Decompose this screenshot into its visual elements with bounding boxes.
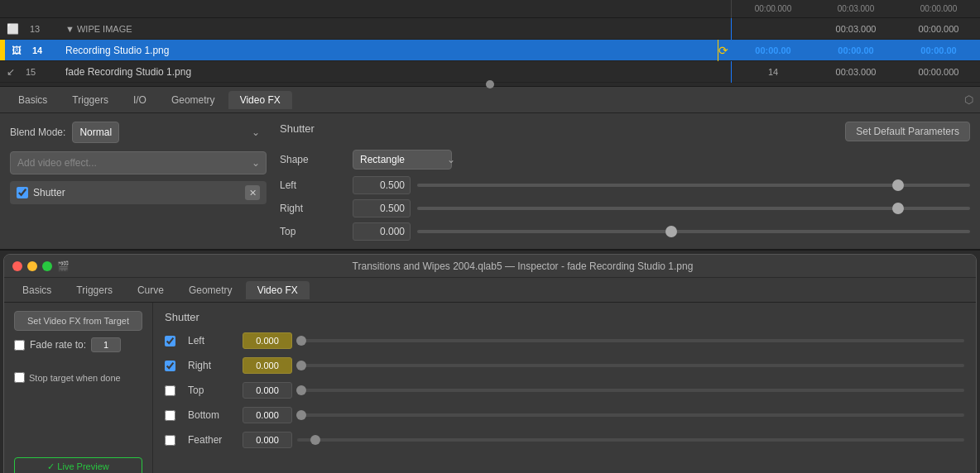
top-param-row: Top [280, 222, 970, 241]
timeline-header-times: 00:00.000 00:03.000 00:00.000 [732, 4, 980, 13]
tab-geometry[interactable]: Geometry [160, 91, 227, 109]
top-content: Blend Mode: Normal Add video effect... ⌄ [0, 113, 980, 249]
fade-rate-row: Fade rate to: [14, 337, 142, 352]
shutter-top-slider[interactable] [297, 384, 964, 397]
row-icon: ↙ [7, 66, 15, 78]
shutter-right-checkbox[interactable] [165, 361, 175, 371]
shutter-bottom-input[interactable] [243, 407, 292, 423]
shutter-top-checkbox[interactable] [165, 385, 175, 396]
shutter-bottom-row: Bottom [165, 406, 964, 424]
timeline-row-active[interactable]: 🖼 14 Recording Studio 1.png ⟳ 00:00.00 0… [0, 40, 980, 61]
fade-rate-checkbox[interactable] [14, 340, 25, 351]
shutter-top-input[interactable] [243, 382, 292, 399]
stop-target-label: Stop target when done [29, 373, 121, 383]
shutter-right-input[interactable] [243, 357, 292, 374]
fade-rate-input[interactable] [91, 337, 121, 352]
inspector-shutter-panel: Shutter Left Right [153, 303, 976, 473]
right-column: Shutter Set Default Parameters Shape Rec… [280, 122, 970, 241]
inspector-left-panel: Set Video FX from Target Fade rate to: S… [4, 303, 153, 473]
timeline-row[interactable]: ⬜ 13 ▼ WIPE IMAGE 00:03.000 00:00.000 [0, 18, 980, 40]
shutter-right-thumb[interactable] [296, 361, 306, 370]
right-param-row: Right [280, 199, 970, 217]
left-slider-thumb[interactable] [892, 179, 904, 191]
tab-basics[interactable]: Basics [7, 91, 59, 109]
tab-triggers[interactable]: Triggers [60, 91, 120, 109]
minimize-button[interactable] [27, 261, 37, 271]
inspector-window: 🎬 Transitions and Wipes 2004.qlab5 — Ins… [3, 254, 977, 473]
stop-target-checkbox[interactable] [14, 372, 25, 383]
set-default-button[interactable]: Set Default Parameters [845, 122, 970, 141]
fade-rate-label: Fade rate to: [30, 339, 86, 351]
top-inspector-panel: Basics Triggers I/O Geometry Video FX ⬡ … [0, 87, 980, 251]
close-button[interactable] [12, 261, 22, 271]
shutter-top-thumb[interactable] [296, 385, 306, 395]
top-tabs: Basics Triggers I/O Geometry Video FX ⬡ [0, 87, 980, 113]
shutter-feather-checkbox[interactable] [165, 435, 175, 446]
shutter-bottom-thumb[interactable] [296, 410, 306, 420]
shutter-left-checkbox[interactable] [165, 336, 175, 346]
window-title: Transitions and Wipes 2004.qlab5 — Inspe… [78, 260, 968, 272]
maximize-button[interactable] [42, 261, 52, 271]
effect-item-shutter: Shutter ✕ [10, 181, 267, 204]
add-effect-select[interactable]: Add video effect... [10, 151, 267, 174]
shutter-left-input[interactable] [243, 332, 292, 349]
shutter-left-row: Left [165, 332, 964, 350]
shutter-bottom-checkbox[interactable] [165, 410, 175, 421]
tab-curve-inspector[interactable]: Curve [126, 281, 175, 299]
right-slider-thumb[interactable] [892, 203, 904, 214]
window-titlebar: 🎬 Transitions and Wipes 2004.qlab5 — Ins… [4, 255, 976, 278]
live-preview-button[interactable]: ✓ Live Preview [14, 457, 142, 473]
timeline-header: 00:00.000 00:03.000 00:00.000 [0, 0, 980, 18]
inspector-tabs: Basics Triggers Curve Geometry Video FX [4, 278, 976, 303]
effect-checkbox-shutter[interactable] [17, 187, 28, 198]
shutter-feather-thumb[interactable] [310, 435, 320, 445]
row-name: Recording Studio 1.png [62, 45, 718, 56]
tab-triggers-inspector[interactable]: Triggers [65, 281, 124, 299]
scrubber[interactable] [0, 83, 980, 86]
shutter-left-thumb[interactable] [296, 336, 306, 346]
shutter-feather-row: Feather [165, 431, 964, 449]
shutter-left-slider[interactable] [297, 334, 964, 347]
active-marker [0, 40, 5, 60]
timeline: 00:00.000 00:03.000 00:00.000 ⬜ 13 ▼ WIP… [0, 0, 980, 87]
row-name: fade Recording Studio 1.png [62, 66, 731, 78]
tab-io[interactable]: I/O [122, 91, 158, 109]
row-icon: ⬜ [7, 23, 19, 35]
top-value-input[interactable] [353, 222, 411, 241]
blend-mode-label: Blend Mode: [10, 127, 65, 138]
shutter-bottom-slider[interactable] [297, 408, 964, 422]
row-icon: 🖼 [12, 45, 22, 56]
sync-icon: ⟳ [718, 44, 728, 57]
blend-mode-select[interactable]: Normal [72, 122, 119, 143]
tab-videofx[interactable]: Video FX [228, 91, 292, 109]
tab-basics-inspector[interactable]: Basics [11, 281, 63, 299]
left-param-row: Left [280, 176, 970, 194]
effect-close-button[interactable]: ✕ [245, 185, 260, 200]
shape-label: Shape [280, 154, 346, 165]
top-slider[interactable] [417, 224, 970, 239]
shape-select[interactable]: Rectangle [353, 150, 452, 170]
shutter-title: Shutter [280, 122, 315, 135]
blend-mode-wrapper: Normal [72, 122, 267, 143]
right-slider[interactable] [417, 201, 970, 216]
tab-videofx-inspector[interactable]: Video FX [246, 281, 310, 299]
shutter-feather-input[interactable] [243, 432, 292, 448]
blend-mode-row: Blend Mode: Normal [10, 122, 267, 143]
shape-row: Shape Rectangle ⌄ [280, 150, 970, 170]
top-slider-thumb[interactable] [665, 226, 677, 237]
export-button[interactable]: ⬡ [964, 93, 973, 106]
shutter-feather-slider[interactable] [297, 433, 964, 447]
shutter-right-slider[interactable] [297, 359, 964, 372]
inspector-content: Set Video FX from Target Fade rate to: S… [4, 303, 976, 473]
stop-target-row: Stop target when done [14, 372, 142, 383]
shutter-right-row: Right [165, 356, 964, 375]
left-value-input[interactable] [353, 176, 411, 194]
shutter-top-row: Top [165, 381, 964, 399]
scrubber-handle[interactable] [486, 80, 494, 88]
tab-geometry-inspector[interactable]: Geometry [177, 281, 244, 299]
shutter-title: Shutter [165, 311, 964, 323]
right-value-input[interactable] [353, 199, 411, 217]
add-effect-row: Add video effect... ⌄ [10, 151, 267, 174]
set-vfx-button[interactable]: Set Video FX from Target [14, 311, 142, 331]
left-slider[interactable] [417, 178, 970, 193]
